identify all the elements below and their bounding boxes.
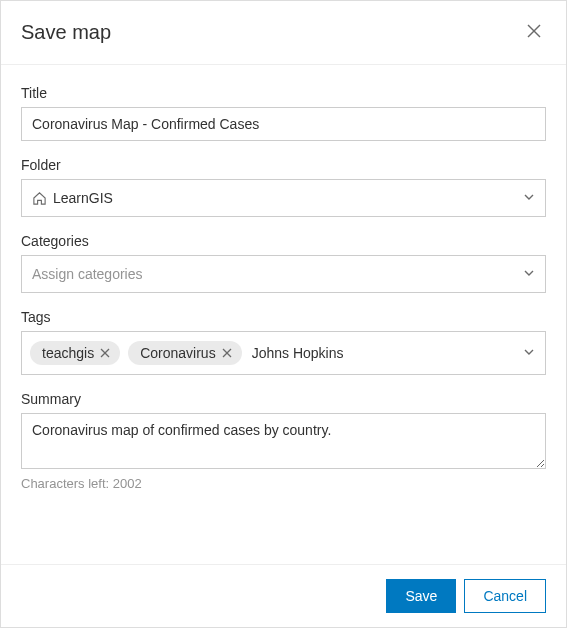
- folder-value: LearnGIS: [53, 190, 113, 206]
- tags-text-input[interactable]: [250, 341, 515, 365]
- dialog-title: Save map: [21, 21, 111, 44]
- home-icon: [32, 191, 47, 206]
- save-map-dialog: Save map Title Folder Lea: [0, 0, 567, 628]
- categories-label: Categories: [21, 233, 546, 249]
- tag-remove-button[interactable]: [100, 346, 110, 361]
- tags-input-wrap[interactable]: teachgis Coronavirus: [21, 331, 546, 375]
- close-icon: [526, 23, 542, 42]
- tags-label: Tags: [21, 309, 546, 325]
- folder-label: Folder: [21, 157, 546, 173]
- chevron-down-icon: [523, 345, 535, 361]
- close-icon: [100, 346, 110, 361]
- summary-field: Summary Characters left: 2002: [21, 391, 546, 491]
- tag-remove-button[interactable]: [222, 346, 232, 361]
- tag-label: teachgis: [42, 345, 94, 361]
- characters-left-text: Characters left: 2002: [21, 476, 546, 491]
- summary-label: Summary: [21, 391, 546, 407]
- tag-chip: teachgis: [30, 341, 120, 365]
- folder-select[interactable]: LearnGIS: [21, 179, 546, 217]
- cancel-button[interactable]: Cancel: [464, 579, 546, 613]
- categories-select[interactable]: Assign categories: [21, 255, 546, 293]
- chevron-down-icon: [523, 190, 535, 206]
- tag-chip: Coronavirus: [128, 341, 241, 365]
- tags-field: Tags teachgis Coronavirus: [21, 309, 546, 375]
- categories-field: Categories Assign categories: [21, 233, 546, 293]
- folder-field: Folder LearnGIS: [21, 157, 546, 217]
- summary-textarea[interactable]: [21, 413, 546, 469]
- title-label: Title: [21, 85, 546, 101]
- title-field: Title: [21, 85, 546, 141]
- dialog-header: Save map: [1, 1, 566, 65]
- dialog-footer: Save Cancel: [1, 564, 566, 627]
- dialog-body: Title Folder LearnGIS Categorie: [1, 65, 566, 564]
- title-input[interactable]: [21, 107, 546, 141]
- close-icon: [222, 346, 232, 361]
- categories-placeholder: Assign categories: [32, 266, 143, 282]
- save-button[interactable]: Save: [386, 579, 456, 613]
- close-button[interactable]: [522, 19, 546, 46]
- tag-label: Coronavirus: [140, 345, 215, 361]
- chevron-down-icon: [523, 266, 535, 282]
